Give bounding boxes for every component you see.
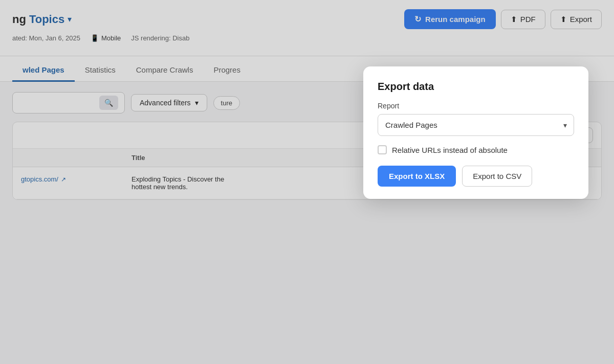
export-xlsx-button[interactable]: Export to XLSX xyxy=(378,166,456,187)
export-csv-label: Export to CSV xyxy=(473,172,521,180)
modal-title: Export data xyxy=(378,81,574,93)
export-csv-button[interactable]: Export to CSV xyxy=(462,166,532,187)
relative-urls-label: Relative URLs instead of absolute xyxy=(392,146,508,154)
relative-urls-checkbox[interactable] xyxy=(378,145,387,154)
modal-actions: Export to XLSX Export to CSV xyxy=(378,166,574,187)
report-select-wrapper: Crawled Pages Statistics Compare Crawls … xyxy=(378,114,574,136)
report-label: Report xyxy=(378,102,574,110)
export-modal: Export data Report Crawled Pages Statist… xyxy=(363,66,588,199)
report-select[interactable]: Crawled Pages Statistics Compare Crawls xyxy=(378,114,574,136)
checkbox-row: Relative URLs instead of absolute xyxy=(378,145,574,154)
export-xlsx-label: Export to XLSX xyxy=(389,172,445,180)
